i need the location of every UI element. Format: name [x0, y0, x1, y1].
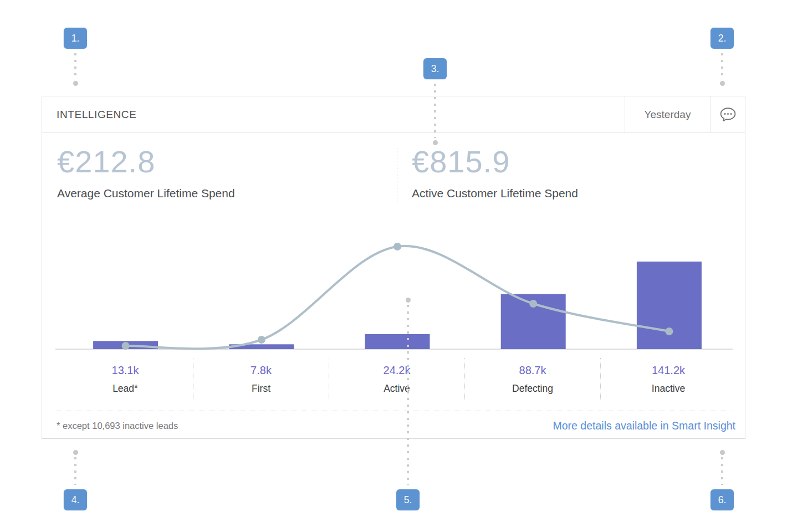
- category-value: 13.1k: [112, 364, 139, 377]
- callout-badge-5: 5.: [396, 489, 420, 510]
- callout-dashed-line: [74, 457, 76, 485]
- intelligence-widget: INTELLIGENCE Yesterday €212.8 Average Cu…: [42, 96, 745, 439]
- callout-end-dot: [433, 140, 438, 145]
- callout-end-dot: [73, 81, 78, 86]
- callout-badge-6: 6.: [711, 489, 734, 510]
- callout-5: 5.: [396, 298, 420, 510]
- speech-bubble-icon: [719, 107, 737, 122]
- category-label: Inactive: [652, 383, 685, 395]
- category-value: 88.7k: [519, 364, 546, 377]
- widget-title: INTELLIGENCE: [42, 109, 136, 121]
- callout-6: 6.: [711, 450, 734, 510]
- footnote: * except 10,693 inactive leads: [57, 421, 178, 431]
- callout-badge-1: 1.: [64, 28, 87, 49]
- page: INTELLIGENCE Yesterday €212.8 Average Cu…: [0, 0, 787, 532]
- callout-end-dot: [73, 450, 78, 455]
- stat-label: Active Customer Lifetime Spend: [412, 187, 578, 200]
- callout-2: 2.: [711, 28, 734, 86]
- callout-end-dot: [720, 81, 725, 86]
- category-label: Defecting: [512, 383, 553, 395]
- callout-end-dot: [720, 450, 725, 455]
- header-spacer: [136, 96, 625, 132]
- category-cell-lead: 13.1k Lead*: [58, 358, 193, 400]
- stat-value: €815.9: [412, 145, 578, 178]
- category-label: Lead*: [113, 383, 138, 395]
- category-value: 141.2k: [652, 364, 685, 377]
- callout-dashed-line: [721, 457, 723, 485]
- callout-4: 4.: [64, 450, 87, 510]
- callout-dashed-line: [434, 84, 436, 138]
- callout-end-dot: [406, 298, 411, 303]
- callout-dashed-line: [74, 53, 76, 79]
- category-cell-first: 7.8k First: [193, 358, 329, 400]
- callout-badge-4: 4.: [64, 489, 87, 510]
- category-cell-inactive: 141.2k Inactive: [600, 358, 736, 400]
- category-label: First: [252, 383, 270, 395]
- stat-value: €212.8: [57, 145, 235, 178]
- category-cell-defecting: 88.7k Defecting: [464, 358, 600, 400]
- footer-divider: [55, 411, 732, 411]
- period-label: Yesterday: [645, 109, 691, 121]
- callout-3: 3.: [423, 58, 447, 145]
- lifecycle-chart: [42, 229, 746, 351]
- callout-dashed-line: [721, 53, 723, 79]
- stat-divider: [397, 148, 397, 203]
- callout-badge-2: 2.: [711, 28, 734, 49]
- callout-badge-3: 3.: [423, 58, 447, 79]
- stat-average-lifetime-spend: €212.8 Average Customer Lifetime Spend: [57, 145, 235, 200]
- smart-insight-link[interactable]: More details available in Smart Insight: [553, 420, 736, 432]
- callout-dashed-line: [407, 305, 409, 485]
- category-value: 7.8k: [251, 364, 272, 377]
- stat-label: Average Customer Lifetime Spend: [57, 187, 235, 200]
- callout-1: 1.: [64, 28, 87, 86]
- stat-active-lifetime-spend: €815.9 Active Customer Lifetime Spend: [412, 145, 578, 200]
- widget-header: INTELLIGENCE Yesterday: [42, 96, 745, 133]
- period-selector[interactable]: Yesterday: [625, 96, 710, 132]
- comment-button[interactable]: [710, 96, 745, 132]
